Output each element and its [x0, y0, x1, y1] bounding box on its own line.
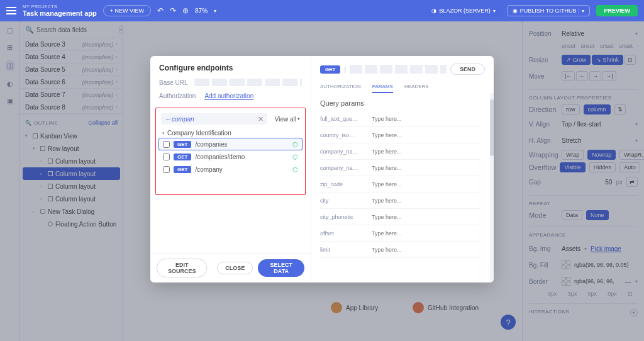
zoom-icon[interactable]: ⊕: [182, 6, 189, 15]
project-breadcrumb[interactable]: MY PROJECTS Task management app: [23, 4, 97, 17]
query-params-title: Query params: [320, 99, 481, 107]
preview-button[interactable]: PREVIEW: [596, 5, 638, 16]
param-row: city: [320, 193, 481, 209]
framework-label: BLAZOR (SERVER): [439, 8, 490, 14]
endpoint-path: /company: [195, 166, 289, 173]
param-input[interactable]: [372, 230, 481, 237]
authorization-label: Authorization: [159, 92, 196, 100]
request-url-input[interactable]: [350, 65, 447, 74]
param-input[interactable]: [372, 148, 481, 155]
param-row: limit: [320, 242, 481, 258]
endpoint-ready-icon: ⬡: [292, 141, 298, 148]
param-row: company_na…: [320, 160, 481, 176]
param-input[interactable]: [372, 214, 481, 220]
endpoint-ready-icon: ⬡: [292, 166, 298, 173]
endpoint-checkbox[interactable]: [163, 141, 170, 148]
blazor-icon: ◑: [431, 8, 436, 14]
redo-icon[interactable]: ↷: [170, 6, 176, 15]
endpoint-checkbox[interactable]: [163, 154, 170, 160]
endpoint-path: /companies/demo: [195, 154, 289, 160]
param-row: offset: [320, 225, 481, 242]
endpoints-highlight-box: ← ✕ View all▾ ▾Company Identification GE…: [155, 108, 306, 195]
menu-icon[interactable]: [6, 7, 16, 14]
new-view-button[interactable]: + NEW VIEW: [103, 5, 151, 16]
endpoint-search[interactable]: ← ✕: [161, 113, 267, 125]
param-input[interactable]: [372, 247, 481, 253]
top-bar: MY PROJECTS Task management app + NEW VI…: [0, 0, 644, 21]
endpoint-category[interactable]: ▾Company Identification: [158, 128, 303, 138]
modal-title: Configure endpoints: [159, 64, 302, 72]
param-row: full_text_que…: [320, 111, 481, 127]
endpoint-row[interactable]: GET /companies ⬡: [158, 138, 303, 150]
select-data-button[interactable]: SELECT DATA: [258, 259, 304, 277]
publish-github-button[interactable]: ◉ PUBLISH TO GITHUB ▾: [507, 5, 591, 16]
endpoint-row[interactable]: GET /companies/demo ⬡: [158, 150, 303, 163]
modal-overlay: Configure endpoints Base URL Authorizati…: [0, 21, 644, 341]
params-scrollbar[interactable]: [490, 93, 494, 282]
github-icon: ◉: [513, 8, 518, 14]
publish-label: PUBLISH TO GITHUB: [520, 8, 577, 14]
configure-endpoints-modal: Configure endpoints Base URL Authorizati…: [150, 56, 494, 282]
param-row: company_na…: [320, 143, 481, 160]
zoom-value[interactable]: 87%: [195, 8, 208, 14]
undo-icon[interactable]: ↶: [157, 6, 164, 15]
method-badge: GET: [174, 154, 191, 160]
tab-headers[interactable]: HEADERS: [404, 84, 429, 93]
request-method-badge[interactable]: GET: [320, 65, 340, 74]
param-row: city_phonetic: [320, 209, 481, 225]
param-input[interactable]: [372, 181, 481, 187]
param-input[interactable]: [372, 132, 481, 138]
endpoint-path: /companies: [195, 141, 289, 148]
param-input[interactable]: [372, 165, 481, 171]
param-row: country_iso…: [320, 127, 481, 143]
add-authorization-link[interactable]: Add authorization: [204, 92, 253, 100]
tab-authorization[interactable]: AUTHORIZATION: [320, 84, 361, 93]
endpoint-checkbox[interactable]: [163, 166, 170, 173]
breadcrumb-label: MY PROJECTS: [23, 4, 97, 9]
view-all-select[interactable]: View all▾: [275, 116, 300, 123]
framework-select[interactable]: ◑ BLAZOR (SERVER) ▾: [426, 6, 500, 16]
endpoint-ready-icon: ⬡: [292, 154, 298, 160]
base-url-label: Base URL: [159, 79, 194, 86]
edit-sources-button[interactable]: EDIT SOURCES: [157, 259, 207, 277]
method-badge: GET: [174, 166, 191, 173]
close-button[interactable]: CLOSE: [217, 262, 253, 274]
method-badge: GET: [174, 141, 191, 148]
param-row: zip_code: [320, 176, 481, 193]
param-input[interactable]: [372, 116, 481, 122]
param-input[interactable]: [372, 198, 481, 204]
base-url-value[interactable]: [194, 79, 302, 86]
project-name: Task management app: [23, 9, 97, 17]
send-button[interactable]: SEND: [450, 64, 485, 75]
endpoint-search-input[interactable]: [172, 116, 258, 123]
endpoint-row[interactable]: GET /company ⬡: [158, 163, 303, 176]
tab-params[interactable]: PARAMS: [372, 84, 393, 93]
clear-search-icon[interactable]: ✕: [258, 115, 264, 123]
